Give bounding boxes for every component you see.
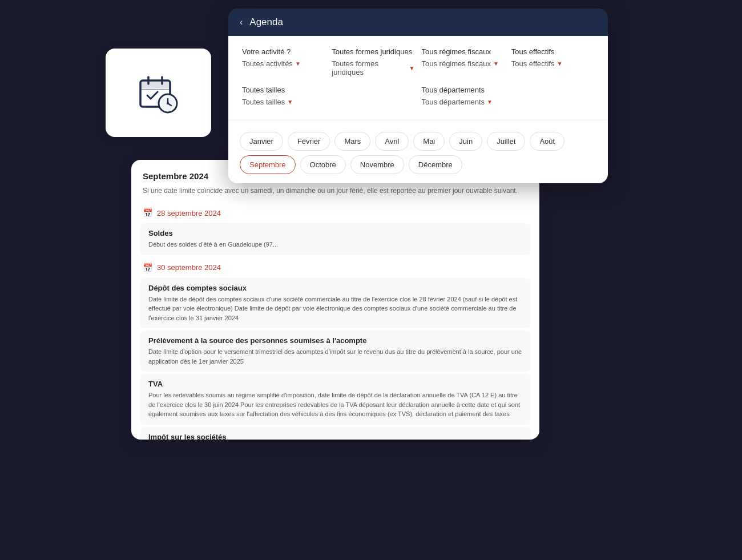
entry-group-30: Dépôt des comptes sociaux Date limite de…	[131, 278, 539, 440]
calendar-date-icon-30: 📅	[143, 263, 152, 272]
date-entry-28: 📅 28 septembre 2024	[131, 203, 539, 221]
filters-section: Votre activité ? Toutes activités ▼ Tout…	[228, 36, 608, 120]
app-container: ‹ Agenda Votre activité ? Toutes activit…	[228, 9, 608, 183]
filter-formes-value[interactable]: Toutes formes juridiques ▼	[332, 59, 414, 76]
date-label-28: 28 septembre 2024	[157, 209, 221, 217]
entry-impot-title: Impôt sur les sociétés	[148, 433, 522, 440]
filter-tailles: Toutes tailles Toutes tailles ▼	[242, 86, 415, 106]
filter-activite: Votre activité ? Toutes activités ▼	[242, 47, 325, 76]
month-janvier[interactable]: Janvier	[240, 132, 283, 151]
month-decembre[interactable]: Décembre	[409, 155, 462, 174]
filters-row1: Votre activité ? Toutes activités ▼ Tout…	[242, 47, 594, 76]
month-avril[interactable]: Avril	[375, 132, 409, 151]
filter-regimes: Tous régimes fiscaux Tous régimes fiscau…	[422, 47, 505, 76]
app-title: Agenda	[249, 17, 283, 28]
entry-impot-societes: Impôt sur les sociétés Date limite de dé…	[140, 427, 530, 440]
month-septembre[interactable]: Septembre	[240, 155, 296, 174]
filter-departements-arrow: ▼	[487, 99, 493, 105]
filter-effectifs-arrow: ▼	[556, 61, 562, 67]
month-fevrier[interactable]: Février	[288, 132, 330, 151]
filter-activite-value[interactable]: Toutes activités ▼	[242, 59, 325, 68]
filter-tailles-label: Toutes tailles	[242, 86, 415, 94]
filter-activite-label: Votre activité ?	[242, 47, 325, 56]
filter-formes-arrow: ▼	[409, 65, 415, 71]
section-description: Si une date limite coïncide avec un same…	[131, 186, 539, 203]
filter-formes: Toutes formes juridiques Toutes formes j…	[332, 47, 414, 76]
month-novembre[interactable]: Novembre	[350, 155, 404, 174]
entry-prelevement: Prélèvement à la source des personnes so…	[140, 331, 530, 372]
filter-departements: Tous départements Tous départements ▼	[422, 86, 595, 106]
filter-tailles-value[interactable]: Toutes tailles ▼	[242, 98, 415, 106]
filter-regimes-value[interactable]: Tous régimes fiscaux ▼	[422, 59, 505, 68]
app-header: ‹ Agenda	[228, 9, 608, 36]
back-button[interactable]: ‹	[240, 17, 243, 27]
month-octobre[interactable]: Octobre	[300, 155, 346, 174]
date-label-30: 30 septembre 2024	[157, 263, 221, 272]
calendar-icon-card	[106, 49, 211, 137]
entry-soldes-title: Soldes	[148, 229, 522, 237]
entry-tva-desc: Pour les redevables soumis au régime sim…	[148, 390, 522, 419]
filter-effectifs-value[interactable]: Tous effectifs ▼	[511, 59, 594, 68]
filter-departements-label: Tous départements	[422, 86, 595, 94]
month-mai[interactable]: Mai	[413, 132, 445, 151]
filters-row2: Toutes tailles Toutes tailles ▼ Tous dép…	[242, 86, 594, 106]
content-card: Septembre 2024 Si une date limite coïnci…	[131, 160, 539, 440]
entry-tva: TVA Pour les redevables soumis au régime…	[140, 374, 530, 425]
filter-tailles-arrow: ▼	[287, 99, 293, 105]
entry-comptes-desc: Date limite de dépôt des comptes sociaux…	[148, 295, 522, 323]
calendar-icon	[136, 70, 182, 116]
entry-soldes-desc: Début des soldes d'été à en Guadeloupe (…	[148, 240, 522, 249]
filter-effectifs-label: Tous effectifs	[511, 47, 594, 56]
calendar-date-icon-28: 📅	[143, 208, 152, 217]
filter-formes-label: Toutes formes juridiques	[332, 47, 414, 56]
filter-departements-value[interactable]: Tous départements ▼	[422, 98, 595, 106]
month-juin[interactable]: Juin	[449, 132, 482, 151]
date-entry-30: 📅 30 septembre 2024	[131, 257, 539, 276]
entry-tva-title: TVA	[148, 380, 522, 388]
svg-point-9	[167, 102, 169, 104]
month-aout[interactable]: Août	[530, 132, 564, 151]
filter-effectifs: Tous effectifs Tous effectifs ▼	[511, 47, 594, 76]
month-juillet[interactable]: Juillet	[487, 132, 525, 151]
entry-prelevement-desc: Date limite d'option pour le versement t…	[148, 347, 522, 366]
filter-regimes-label: Tous régimes fiscaux	[422, 47, 505, 56]
entry-comptes-sociaux: Dépôt des comptes sociaux Date limite de…	[140, 278, 530, 329]
entry-group-28: Soldes Début des soldes d'été à en Guade…	[131, 223, 539, 255]
filter-regimes-arrow: ▼	[493, 61, 499, 67]
entry-comptes-title: Dépôt des comptes sociaux	[148, 284, 522, 292]
entry-soldes: Soldes Début des soldes d'été à en Guade…	[140, 223, 530, 255]
month-mars[interactable]: Mars	[334, 132, 370, 151]
entry-prelevement-title: Prélèvement à la source des personnes so…	[148, 336, 522, 345]
months-section: Janvier Février Mars Avril Mai Juin Juil…	[228, 120, 608, 183]
filter-activite-arrow: ▼	[295, 61, 301, 67]
svg-rect-1	[140, 80, 170, 88]
